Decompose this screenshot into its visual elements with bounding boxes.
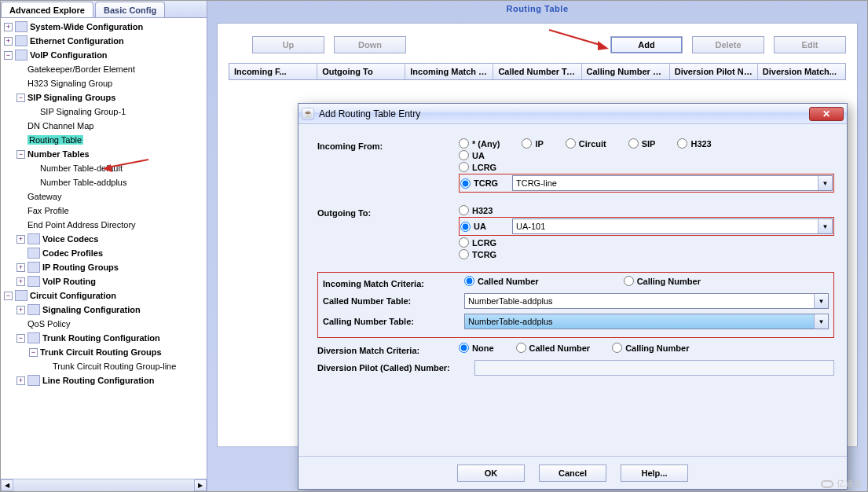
col-calling-table[interactable]: Calling Number Ta... — [582, 64, 670, 79]
called-table-value[interactable] — [465, 294, 814, 308]
tree-trunkcircuit-line[interactable]: Trunk Circuit Routing Group-line — [53, 362, 176, 371]
col-incoming-from[interactable]: Incoming F... — [229, 64, 317, 79]
tree-h-scrollbar[interactable]: ◀ ▶ — [1, 479, 207, 491]
radio-out-ua[interactable]: UA — [460, 222, 504, 232]
tree-voiprouting[interactable]: VoIP Routing — [42, 277, 96, 286]
ok-button[interactable]: OK — [457, 464, 525, 482]
tree-voicecodecs[interactable]: Voice Codecs — [42, 234, 98, 244]
collapse-icon[interactable]: − — [16, 94, 25, 102]
calling-table-select[interactable]: ▼ — [464, 314, 829, 329]
radio-ua[interactable]: UA — [459, 150, 834, 160]
radio-circuit[interactable]: Circuit — [566, 138, 606, 149]
cancel-button[interactable]: Cancel — [539, 464, 606, 482]
radio-div-calling[interactable]: Calling Number — [612, 343, 689, 353]
col-incoming-match[interactable]: Incoming Match C... — [405, 64, 493, 79]
tree-fax[interactable]: Fax Profile — [27, 206, 69, 215]
collapse-icon[interactable]: − — [29, 348, 38, 357]
tree-linerouting[interactable]: Line Routing Configuration — [42, 376, 154, 385]
tree-spacer — [42, 362, 50, 371]
watermark-text: 亿速云 — [837, 478, 863, 490]
collapse-icon[interactable]: − — [4, 292, 13, 300]
radio-called-number[interactable]: Called Number — [464, 276, 539, 286]
radio-out-lcrg[interactable]: LCRG — [459, 237, 834, 248]
expand-icon[interactable]: + — [16, 263, 25, 272]
radio-tcrg[interactable]: TCRG — [460, 178, 504, 189]
radio-h323[interactable]: H323 — [677, 138, 711, 149]
chevron-down-icon[interactable]: ▼ — [814, 314, 828, 329]
tree-iprouting[interactable]: IP Routing Groups — [42, 263, 119, 272]
expand-icon[interactable]: + — [16, 235, 25, 244]
col-diversion-pilot[interactable]: Diversion Pilot Nu... — [670, 64, 758, 79]
up-button[interactable]: Up — [252, 36, 324, 53]
tree-circuit[interactable]: Circuit Configuration — [30, 291, 116, 300]
help-button[interactable]: Help... — [621, 464, 688, 482]
radio-calling-number[interactable]: Calling Number — [624, 276, 701, 286]
add-button[interactable]: Add — [610, 36, 683, 53]
calling-table-value[interactable] — [465, 314, 814, 329]
tab-advanced-explore[interactable]: Advanced Explore — [1, 2, 93, 17]
radio-ip[interactable]: IP — [522, 138, 543, 149]
called-table-select[interactable]: ▼ — [464, 293, 829, 309]
tab-basic-config[interactable]: Basic Config — [95, 2, 165, 17]
tree-nt-default[interactable]: Number Table-default — [40, 163, 123, 173]
tree-sipgroups[interactable]: SIP Signaling Groups — [27, 93, 115, 102]
tree-gatekeeper[interactable]: Gatekeeper/Border Element — [27, 64, 135, 74]
tree-gateway[interactable]: Gateway — [27, 192, 61, 201]
radio-out-h323[interactable]: H323 — [459, 205, 834, 215]
edit-button[interactable]: Edit — [774, 36, 846, 53]
tree-spacer — [16, 207, 25, 215]
tree-codecprofiles[interactable]: Codec Profiles — [42, 248, 103, 258]
tree-trunkcircuit[interactable]: Trunk Circuit Routing Groups — [40, 347, 162, 357]
chevron-down-icon[interactable]: ▼ — [818, 219, 832, 233]
toolbar: Up Down Add Delete Edit — [252, 36, 846, 53]
tree-system-wide[interactable]: System-Wide Configuration — [30, 22, 143, 31]
expand-icon[interactable]: + — [16, 277, 25, 286]
expand-icon[interactable]: + — [4, 23, 13, 31]
radio-sip[interactable]: SIP — [628, 138, 656, 149]
col-called-table[interactable]: Called Number Ta... — [493, 64, 581, 79]
ua-select[interactable]: ▼ — [512, 218, 833, 234]
col-diversion-match[interactable]: Diversion Match... — [758, 64, 845, 79]
radio-div-called[interactable]: Called Number — [516, 343, 591, 353]
radio-any[interactable]: * (Any) — [459, 138, 500, 149]
chevron-down-icon[interactable]: ▼ — [814, 294, 828, 308]
tree-signaling[interactable]: Signaling Configuration — [42, 305, 141, 314]
scroll-left-icon[interactable]: ◀ — [1, 479, 13, 491]
radio-lcrg[interactable]: LCRG — [459, 162, 834, 172]
ua-value[interactable] — [513, 219, 818, 233]
tree-nt-addplus[interactable]: Number Table-addplus — [40, 178, 126, 187]
col-outgoing-to[interactable]: Outgoing To — [317, 64, 405, 79]
tree-scroll[interactable]: +System-Wide Configuration +Ethernet Con… — [1, 18, 207, 479]
tree-spacer — [29, 108, 38, 116]
tcrg-select[interactable]: ▼ — [512, 175, 833, 191]
collapse-icon[interactable]: − — [16, 150, 25, 159]
tree-h323sig[interactable]: H323 Signaling Group — [27, 79, 112, 88]
expand-icon[interactable]: + — [4, 37, 13, 46]
tree-trunkrouting[interactable]: Trunk Routing Configuration — [42, 333, 160, 343]
tree-dnchannel[interactable]: DN Channel Map — [27, 121, 93, 130]
tree-spacer — [16, 122, 25, 130]
tree-voip[interactable]: VoIP Configuration — [30, 50, 108, 60]
chevron-down-icon[interactable]: ▼ — [818, 176, 832, 190]
down-button[interactable]: Down — [334, 36, 406, 53]
tree-ethernet[interactable]: Ethernet Configuration — [30, 36, 124, 46]
collapse-icon[interactable]: − — [4, 51, 13, 60]
tree-sipgroup1[interactable]: SIP Signaling Group-1 — [40, 107, 126, 116]
scroll-track[interactable] — [13, 479, 194, 491]
close-button[interactable]: ✕ — [809, 107, 844, 121]
codec-icon — [27, 248, 40, 259]
collapse-icon[interactable]: − — [16, 334, 25, 343]
expand-icon[interactable]: + — [16, 306, 25, 314]
delete-button[interactable]: Delete — [692, 36, 764, 53]
radio-out-tcrg[interactable]: TCRG — [459, 249, 834, 259]
radio-div-none[interactable]: None — [459, 343, 494, 353]
folder-icon — [15, 21, 27, 32]
expand-icon[interactable]: + — [16, 376, 25, 385]
tcrg-value[interactable] — [513, 176, 818, 190]
dialog-titlebar[interactable]: ☕ Add Routing Table Entry ✕ — [298, 104, 847, 124]
tree-endpoint[interactable]: End Point Address Directory — [27, 220, 136, 229]
tree-qos[interactable]: QoS Policy — [27, 319, 70, 329]
tree-numbertables[interactable]: Number Tables — [27, 149, 90, 159]
scroll-right-icon[interactable]: ▶ — [194, 479, 207, 491]
tree-routing-table[interactable]: Routing Table — [27, 135, 83, 145]
